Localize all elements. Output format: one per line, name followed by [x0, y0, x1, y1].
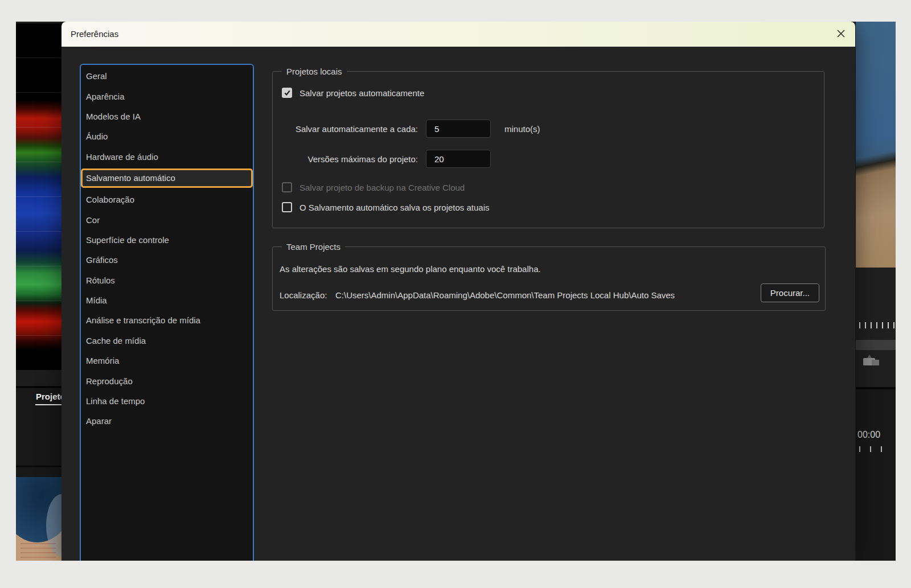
interval-input[interactable]	[426, 120, 491, 138]
sidebar-item-superficie-de-controle[interactable]: Superfície de controle	[81, 230, 253, 250]
sidebar-item-audio[interactable]: Áudio	[81, 126, 253, 146]
clip-thumbnail-image	[16, 477, 61, 561]
preferences-dialog: Preferências GeralAparênciaModelos de IA…	[61, 22, 855, 561]
sidebar-item-midia[interactable]: Mídia	[81, 290, 253, 310]
program-monitor-preview-image	[856, 22, 896, 268]
interval-label: Salvar automaticamente a cada:	[273, 124, 418, 134]
close-icon	[836, 28, 846, 40]
backup-row: Salvar projeto de backup na Creative Clo…	[282, 182, 465, 192]
timeline-ruler-ticks	[859, 446, 887, 452]
location-label: Localização:	[280, 290, 327, 300]
browse-button[interactable]: Procurar...	[761, 283, 819, 302]
dialog-titlebar: Preferências	[61, 22, 855, 47]
versions-label: Versões máximas do projeto:	[273, 154, 418, 164]
timeline-ruler-ticks	[859, 322, 894, 328]
location-path: C:\Users\Admin\AppData\Roaming\Adobe\Com…	[335, 290, 675, 300]
sidebar-item-rotulos[interactable]: Rótulos	[81, 270, 253, 290]
local-projects-fieldset: Projetos locais Salvar projetos automati…	[272, 71, 824, 228]
fieldset-legend: Projetos locais	[282, 66, 347, 77]
auto-save-label: Salvar projetos automaticamente	[299, 88, 424, 98]
timecode-display: 00:00	[857, 429, 882, 441]
current-projects-row: O Salvamento automático salva os projeto…	[282, 202, 490, 212]
versions-input[interactable]	[426, 150, 491, 168]
team-projects-fieldset: Team Projects As alterações são salvas e…	[272, 246, 826, 311]
premiere-window-background: Projeto 00:00 Preferências	[16, 22, 896, 561]
fieldset-legend: Team Projects	[282, 241, 345, 253]
sidebar-item-reproducao[interactable]: Reprodução	[81, 371, 253, 390]
sidebar-item-analise-e-transcricao-de-midia[interactable]: Análise e transcrição de mídia	[81, 310, 253, 330]
sidebar-item-aparencia[interactable]: Aparência	[81, 86, 253, 106]
auto-save-row: Salvar projetos automaticamente	[282, 88, 424, 98]
sidebar-item-hardware-de-audio[interactable]: Hardware de áudio	[81, 147, 253, 167]
thumbnail-texture	[20, 543, 56, 558]
timeline-scrollbar[interactable]	[856, 340, 896, 350]
sidebar-item-linha-de-tempo[interactable]: Linha de tempo	[81, 391, 253, 411]
sidebar-item-memoria[interactable]: Memória	[81, 351, 253, 371]
auto-save-checkbox[interactable]	[282, 88, 292, 98]
rgb-waveform-scope-image	[16, 23, 61, 370]
sidebar-item-aparar[interactable]: Aparar	[81, 411, 253, 431]
timeline-background	[856, 389, 896, 561]
team-projects-description: As alterações são salvas em segundo plan…	[280, 264, 541, 274]
backup-checkbox-disabled	[282, 182, 292, 192]
dialog-title: Preferências	[71, 22, 118, 47]
sidebar-item-colaboracao[interactable]: Colaboração	[81, 190, 253, 209]
sidebar-item-geral[interactable]: Geral	[81, 66, 253, 86]
sidebar-item-modelos-de-ia[interactable]: Modelos de IA	[81, 106, 253, 126]
active-tab-underline	[35, 404, 61, 405]
sidebar-item-salvamento-automatico[interactable]: Salvamento automático	[81, 168, 253, 188]
backup-label: Salvar projeto de backup na Creative Clo…	[299, 183, 465, 192]
panel-divider	[16, 466, 61, 467]
interval-unit-label: minuto(s)	[504, 124, 540, 134]
current-projects-checkbox[interactable]	[282, 202, 292, 212]
sidebar-item-graficos[interactable]: Gráficos	[81, 250, 253, 270]
media-clip-icon	[862, 353, 880, 368]
preferences-category-list: GeralAparênciaModelos de IAÁudioHardware…	[80, 64, 254, 561]
sidebar-item-cor[interactable]: Cor	[81, 209, 253, 229]
tab-projeto[interactable]: Projeto	[36, 390, 61, 403]
close-button[interactable]	[834, 27, 848, 42]
current-projects-label: O Salvamento automático salva os projeto…	[299, 203, 490, 212]
sidebar-item-cache-de-midia[interactable]: Cache de mídia	[81, 331, 253, 351]
